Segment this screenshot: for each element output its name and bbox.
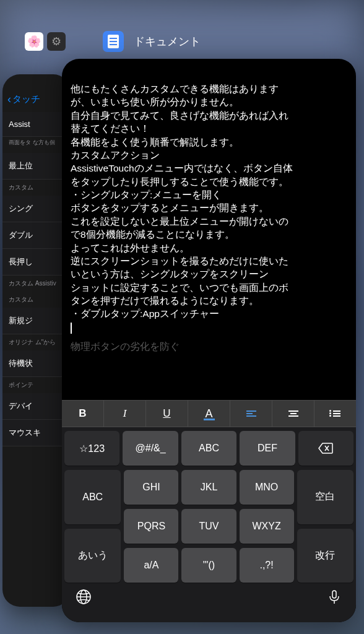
svg-rect-3: [332, 591, 336, 598]
settings-item[interactable]: Assist: [2, 112, 71, 137]
document-body[interactable]: 他にもたくさんカスタムできる機能はあります が、いまいち使い所が分かりません。 …: [62, 59, 356, 400]
dictation-key[interactable]: [326, 589, 342, 609]
doc-line: よってこれは外せません。: [71, 241, 347, 254]
doc-line: タンを押すだけで撮れるようになります。: [71, 294, 347, 307]
doc-line: これを設定しないと最上位メニューが開けないの: [71, 215, 347, 228]
settings-item[interactable]: 長押し: [2, 249, 71, 276]
bullet-list-button[interactable]: [314, 401, 356, 427]
bold-button[interactable]: B: [62, 401, 104, 427]
settings-item[interactable]: 待機状: [2, 350, 71, 377]
text-cursor: [71, 321, 347, 334]
settings-item[interactable]: シング: [2, 196, 71, 222]
key[interactable]: JKL: [181, 470, 236, 505]
return-key[interactable]: 改行: [297, 529, 353, 583]
doc-line: 各機能をよく使う順番で解説します。: [71, 136, 347, 149]
doc-line: いという方は、シングルタップをスクリーン: [71, 267, 347, 280]
settings-desc: 画面をタ な方も個: [2, 137, 71, 153]
key-mode-abc[interactable]: ABC: [64, 470, 121, 524]
backspace-icon: [318, 443, 333, 454]
key[interactable]: TUV: [181, 509, 236, 544]
italic-button[interactable]: I: [104, 401, 146, 427]
doc-line: ・ダブルタップ:Appスイッチャー: [71, 307, 347, 320]
doc-line: AssistiveTouchのメニュー内ではなく、ボタン自体: [71, 162, 347, 175]
text-color-button[interactable]: A: [188, 401, 230, 427]
key[interactable]: GHI: [124, 470, 178, 505]
settings-item[interactable]: デバイ: [2, 393, 71, 420]
space-key[interactable]: 空白: [297, 470, 353, 524]
list-icon: [330, 410, 340, 417]
settings-item[interactable]: ダブル: [2, 222, 71, 249]
align-center-button[interactable]: [272, 401, 314, 427]
chevron-left-icon: ‹: [7, 93, 11, 106]
format-toolbar: B I U A: [62, 400, 356, 427]
align-center-icon: [288, 410, 298, 417]
backspace-key[interactable]: [298, 431, 353, 466]
section-header: ポインテ: [2, 377, 71, 393]
key[interactable]: WXYZ: [240, 509, 294, 544]
doc-line: ・シングルタップ:メニューを開く: [71, 188, 347, 201]
app-switcher-card-docs[interactable]: 他にもたくさんカスタムできる機能はあります が、いまいち使い所が分かりません。 …: [62, 59, 356, 622]
key[interactable]: MNO: [240, 470, 294, 505]
doc-line: 替えてください！: [71, 122, 347, 135]
key-case[interactable]: a/A: [124, 548, 178, 583]
settings-item[interactable]: マウスキ: [2, 420, 71, 446]
doc-line: カスタムアクション: [71, 149, 347, 162]
docs-app-icon: [103, 31, 124, 52]
settings-item[interactable]: 新規ジ: [2, 308, 71, 334]
app-switcher-card-settings[interactable]: ‹ タッチ Assist 画面をタ な方も個 最上位 カスタム シング ダブル …: [2, 74, 71, 607]
key[interactable]: '"(): [181, 548, 236, 583]
key-mode-kana[interactable]: あいう: [64, 529, 121, 583]
doc-line: で8個分機能が減ることになります。: [71, 228, 347, 241]
keyboard: ☆123 @#/&_ ABC DEF ABC あいう GHI JKL MNO P…: [62, 427, 356, 622]
underline-button[interactable]: U: [146, 401, 188, 427]
key[interactable]: ABC: [181, 431, 236, 466]
key-numsym[interactable]: ☆123: [64, 431, 119, 466]
app-title: ドキュメント: [134, 34, 201, 49]
photos-app-icon: 🌸: [25, 32, 43, 51]
settings-item[interactable]: 最上位: [2, 153, 71, 180]
doc-line: 他にもたくさんカスタムできる機能はあります: [71, 82, 347, 95]
section-header: カスタム: [2, 180, 71, 196]
doc-line: ボタンをタップするとメニューが開きます。: [71, 201, 347, 214]
align-left-button[interactable]: [230, 401, 272, 427]
doc-line: をタップしたり長押しすることで使う機能です。: [71, 175, 347, 188]
section-header: カスタム Assistiv: [2, 276, 71, 292]
key[interactable]: PQRS: [124, 509, 178, 544]
key[interactable]: DEF: [240, 431, 295, 466]
mic-icon: [326, 589, 342, 605]
settings-app-icon: ⚙: [47, 32, 66, 51]
doc-line: 逆にスクリーンショットを撮るためだけに使いた: [71, 254, 347, 267]
globe-key[interactable]: [76, 589, 92, 609]
globe-icon: [76, 589, 92, 605]
doc-line: 自分自身で見てみて、良さげな機能があれば入れ: [71, 109, 347, 122]
align-left-icon: [246, 410, 256, 417]
doc-line: ショットに設定することで、いつでも画面上のボ: [71, 281, 347, 294]
doc-line: が、いまいち使い所が分かりません。: [71, 95, 347, 108]
section-header: カスタム: [2, 292, 71, 308]
section-header: オリジナ ム"から: [2, 334, 71, 350]
nav-back[interactable]: ‹ タッチ: [2, 74, 71, 112]
key[interactable]: @#/&_: [123, 431, 178, 466]
doc-line-faded: 物理ボタンの劣化を防ぐ: [71, 340, 347, 353]
key[interactable]: .,?!: [240, 548, 294, 583]
